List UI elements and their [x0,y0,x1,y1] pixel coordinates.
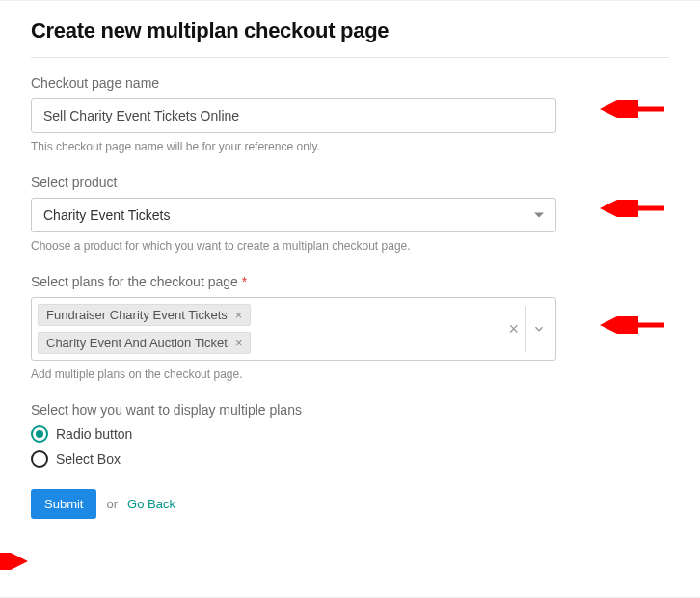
plan-chip: Charity Event And Auction Ticket × [38,332,251,354]
field-select-product: Select product Charity Event Tickets Cho… [31,175,669,253]
submit-button[interactable]: Submit [31,489,96,519]
radio-label: Select Box [56,451,121,467]
helper-checkout-name: This checkout page name will be for your… [31,140,669,153]
radio-icon [31,450,48,468]
radio-label: Radio button [56,426,132,442]
label-display-mode: Select how you want to display multiple … [31,402,669,418]
plan-chip: Fundraiser Charity Event Tickets × [38,304,251,326]
field-select-plans: Select plans for the checkout page * Fun… [31,274,669,381]
radio-option-radio-button[interactable]: Radio button [31,425,132,443]
plan-chip-label: Fundraiser Charity Event Tickets [46,308,228,322]
helper-select-product: Choose a product for which you want to c… [31,239,669,253]
caret-down-icon [534,213,544,218]
field-checkout-name: Checkout page name This checkout page na… [31,75,669,153]
radio-group-display: Radio button Select Box [31,425,669,468]
go-back-link[interactable]: Go Back [127,497,175,511]
annotation-arrow-icon [0,553,33,570]
plan-chip-label: Charity Event And Auction Ticket [46,336,228,350]
label-select-plans: Select plans for the checkout page * [31,274,669,289]
chevron-down-icon[interactable] [532,322,546,336]
multiselect-clear-icon[interactable]: × [508,319,519,340]
chip-remove-icon[interactable]: × [235,308,243,322]
product-select[interactable]: Charity Event Tickets [31,198,556,232]
annotation-arrow-icon [595,200,670,217]
chip-wrap: Fundraiser Charity Event Tickets × Chari… [32,298,256,360]
multiselect-divider [525,306,526,352]
annotation-arrow-icon [595,100,670,118]
label-select-plans-text: Select plans for the checkout page [31,274,238,289]
page-title: Create new multiplan checkout page [31,18,669,43]
label-checkout-name: Checkout page name [31,75,669,91]
label-select-product: Select product [31,175,669,190]
form-actions: Submit or Go Back [31,489,669,519]
annotation-arrow-icon [595,316,670,334]
field-display-mode: Select how you want to display multiple … [31,402,669,468]
required-mark: * [242,274,247,289]
divider [31,57,669,58]
radio-option-select-box[interactable]: Select Box [31,450,121,468]
product-select-value: Charity Event Tickets [43,207,171,223]
form-container: Create new multiplan checkout page Check… [0,1,700,519]
helper-select-plans: Add multiple plans on the checkout page. [31,367,669,381]
chip-remove-icon[interactable]: × [235,336,243,350]
radio-icon [31,425,48,443]
or-text: or [106,497,118,511]
checkout-name-input[interactable] [31,98,556,133]
plans-multiselect[interactable]: Fundraiser Charity Event Tickets × Chari… [31,297,556,361]
